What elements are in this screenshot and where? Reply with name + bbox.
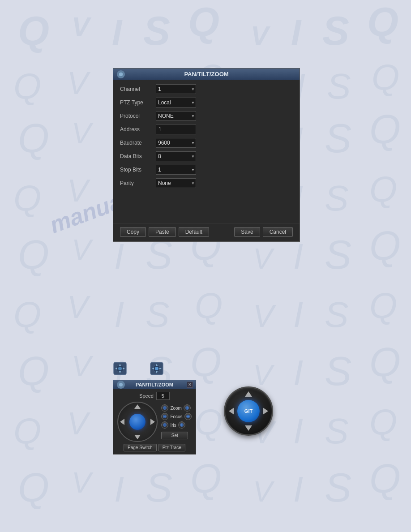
svg-text:I: I bbox=[114, 469, 124, 509]
svg-point-81 bbox=[119, 72, 123, 77]
dpad-right[interactable] bbox=[150, 419, 155, 425]
dialog-spacer bbox=[120, 192, 293, 219]
cancel-button[interactable]: Cancel bbox=[263, 227, 293, 237]
focus-plus-btn[interactable] bbox=[184, 413, 192, 420]
svg-text:V: V bbox=[253, 299, 277, 334]
parity-select[interactable]: None Odd Even bbox=[156, 178, 196, 188]
small-dialog-icon bbox=[117, 381, 125, 389]
protocol-select[interactable]: NONE PELCO-D PELCO-P bbox=[156, 111, 196, 121]
ptz-main-dialog: PAN/TILT/ZOOM Channel 1 2 3 4 PTZ Type L… bbox=[113, 68, 300, 242]
svg-text:Q: Q bbox=[195, 286, 223, 326]
joystick-center[interactable]: GIT bbox=[237, 400, 260, 422]
svg-text:V: V bbox=[72, 117, 94, 150]
iris-plus-btn[interactable] bbox=[178, 421, 185, 429]
svg-text:Q: Q bbox=[369, 169, 397, 209]
svg-text:S: S bbox=[325, 349, 351, 394]
svg-rect-112 bbox=[181, 424, 182, 426]
data-bits-select[interactable]: 8 7 6 5 bbox=[156, 151, 196, 161]
svg-rect-102 bbox=[187, 407, 187, 409]
svg-text:S: S bbox=[325, 232, 351, 277]
joystick-up[interactable] bbox=[245, 391, 252, 397]
field-row-parity: Parity None Odd Even bbox=[120, 178, 293, 188]
svg-text:V: V bbox=[67, 66, 91, 101]
joystick-down[interactable] bbox=[245, 425, 252, 431]
copy-button[interactable]: Copy bbox=[120, 227, 146, 237]
speed-value: 5 bbox=[156, 392, 170, 400]
dpad-down[interactable] bbox=[134, 435, 141, 439]
zoom-plus-btn[interactable] bbox=[184, 404, 191, 412]
svg-text:S: S bbox=[325, 411, 348, 451]
ptz-type-label: PTZ Type bbox=[120, 99, 156, 106]
svg-text:V: V bbox=[72, 233, 94, 266]
svg-text:I: I bbox=[293, 353, 303, 393]
svg-text:Q: Q bbox=[18, 232, 49, 277]
svg-text:Q: Q bbox=[13, 66, 41, 106]
svg-text:I: I bbox=[293, 236, 303, 276]
default-button[interactable]: Default bbox=[179, 227, 209, 237]
set-button[interactable]: Set bbox=[161, 432, 188, 439]
dialog-title-bar: PAN/TILT/ZOOM bbox=[113, 69, 300, 80]
svg-text:S: S bbox=[327, 66, 351, 106]
parity-select-wrapper: None Odd Even bbox=[156, 178, 196, 188]
ptz-trace-button[interactable]: Ptz Trace bbox=[158, 444, 185, 451]
svg-text:Q: Q bbox=[195, 402, 223, 442]
svg-text:S: S bbox=[325, 178, 348, 218]
svg-text:V: V bbox=[251, 21, 271, 51]
iris-minus-btn[interactable] bbox=[161, 421, 168, 429]
svg-text:Q: Q bbox=[372, 57, 399, 97]
joystick-outer: GIT bbox=[224, 386, 273, 436]
stop-bits-select[interactable]: 1 2 bbox=[156, 165, 196, 175]
svg-text:S: S bbox=[325, 116, 351, 161]
stop-bits-label: Stop Bits bbox=[120, 167, 156, 173]
focus-label: Focus bbox=[170, 414, 182, 419]
iris-row: Iris bbox=[161, 421, 191, 429]
baudrate-select[interactable]: 9600 4800 2400 19200 38400 bbox=[156, 138, 196, 148]
paste-button[interactable]: Paste bbox=[149, 227, 176, 237]
svg-text:Q: Q bbox=[369, 107, 401, 152]
small-dialog-close[interactable]: ✕ bbox=[187, 382, 193, 388]
svg-rect-109 bbox=[164, 425, 166, 425]
svg-rect-104 bbox=[164, 416, 166, 417]
ptz-type-select-wrapper: Local Remote bbox=[156, 98, 196, 107]
svg-text:Q: Q bbox=[367, 0, 398, 44]
joystick-left[interactable] bbox=[229, 408, 234, 415]
ptz-type-select[interactable]: Local Remote bbox=[156, 98, 196, 107]
svg-text:V: V bbox=[253, 242, 275, 275]
dialog-body: Channel 1 2 3 4 PTZ Type Local Remote bbox=[113, 80, 300, 223]
svg-text:S: S bbox=[325, 295, 348, 335]
data-bits-select-wrapper: 8 7 6 5 bbox=[156, 151, 196, 161]
page-switch-button[interactable]: Page Switch bbox=[124, 444, 157, 451]
svg-text:V: V bbox=[72, 12, 92, 42]
svg-text:S: S bbox=[143, 9, 170, 53]
dpad-center[interactable] bbox=[129, 414, 146, 430]
dpad bbox=[117, 402, 158, 442]
small-dialog-title-bar: PAN/TILT/ZOOM ✕ bbox=[113, 380, 196, 389]
ptz-icon-2[interactable] bbox=[150, 361, 164, 377]
footer-right-buttons: Save Cancel bbox=[234, 227, 293, 237]
svg-text:Q: Q bbox=[190, 340, 222, 385]
svg-text:S: S bbox=[325, 465, 351, 510]
svg-text:I: I bbox=[293, 469, 303, 509]
dpad-up[interactable] bbox=[134, 404, 141, 409]
dpad-left[interactable] bbox=[120, 419, 124, 425]
joystick-right[interactable] bbox=[263, 408, 268, 415]
svg-point-97 bbox=[119, 383, 123, 386]
ptz-small-body: Speed 5 Zoom bbox=[113, 389, 196, 454]
svg-text:I: I bbox=[291, 13, 302, 52]
address-input[interactable] bbox=[156, 124, 196, 134]
focus-minus-btn[interactable] bbox=[161, 413, 168, 420]
field-row-stop-bits: Stop Bits 1 2 bbox=[120, 165, 293, 175]
svg-text:I: I bbox=[114, 236, 124, 276]
svg-text:Q: Q bbox=[18, 349, 49, 394]
zoom-minus-btn[interactable] bbox=[161, 404, 168, 412]
svg-text:I: I bbox=[293, 295, 303, 335]
channel-label: Channel bbox=[120, 86, 156, 92]
ptz-right-controls: Zoom Focus bbox=[161, 404, 191, 439]
channel-select[interactable]: 1 2 3 4 bbox=[156, 84, 196, 94]
svg-text:Q: Q bbox=[369, 456, 401, 501]
save-button[interactable]: Save bbox=[234, 227, 260, 237]
ptz-controls: Zoom Focus bbox=[117, 402, 191, 442]
svg-point-84 bbox=[118, 367, 122, 370]
ptz-icon-1[interactable] bbox=[113, 361, 127, 377]
ptz-small-dialog: PAN/TILT/ZOOM ✕ Speed 5 bbox=[113, 380, 196, 455]
